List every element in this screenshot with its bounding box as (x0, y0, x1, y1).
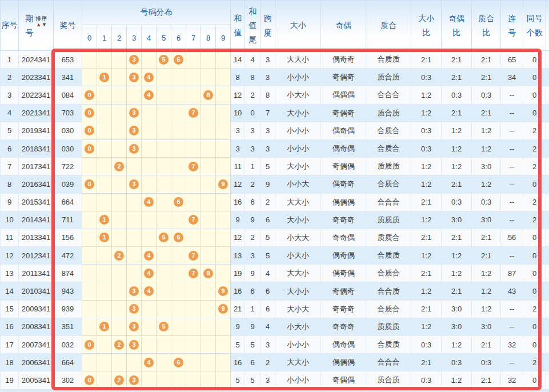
digit-header-9: 9 (216, 25, 231, 51)
cell-prime-ratio: 3:0 (472, 211, 501, 229)
cell-digit-4: 4 (142, 265, 157, 282)
col-header-size-ratio: 大小比 (411, 1, 442, 51)
cell-size-ratio: 2:1 (411, 354, 442, 371)
cell-same-count: 2 (523, 354, 546, 371)
cell-digit-8 (201, 193, 216, 211)
cell-digit-8 (201, 354, 216, 371)
digit-header-7: 7 (186, 25, 201, 51)
col-header-consecutive: 连号 (501, 1, 523, 51)
cell-digit-9 (216, 247, 231, 265)
cell-sum-tail: 6 (245, 282, 261, 300)
cell-parity-ratio: 1:2 (442, 336, 472, 354)
cell-parity-ratio: 2:1 (442, 104, 472, 122)
cell-digit-5 (157, 104, 171, 122)
table-row: 2 2023341 341 1 3 4 8 8 3 小小小 奇偶奇 质合质 0:… (1, 69, 549, 86)
cell-parity: 奇奇奇 (321, 318, 366, 335)
cell-size: 大小大 (275, 300, 321, 318)
cell-digit-1: 1 (97, 69, 112, 86)
cell-digit-7 (186, 300, 201, 318)
sort-ascending-icon[interactable]: ▲ (36, 22, 41, 27)
cell-digit-1: 1 (97, 211, 112, 229)
digit-ball-4: 4 (144, 269, 154, 278)
cell-prime-ratio: 0:3 (472, 86, 501, 104)
cell-digit-4 (142, 336, 157, 354)
cell-digit-9 (216, 229, 231, 246)
cell-digit-5 (157, 69, 171, 86)
cell-sum: 12 (231, 86, 245, 104)
cell-digit-5 (157, 158, 171, 175)
cell-digit-8 (201, 211, 216, 229)
cell-span: 8 (261, 86, 275, 104)
digit-ball-3: 3 (129, 126, 139, 135)
cell-parity: 偶奇偶 (321, 122, 366, 139)
digit-ball-9: 9 (218, 179, 228, 189)
cell-parity-ratio: 3:0 (442, 211, 472, 229)
cell-digit-6 (171, 158, 186, 175)
cell-same-count: 0 (523, 371, 546, 389)
digit-ball-0: 0 (85, 144, 94, 154)
cell-digit-1 (97, 175, 112, 193)
cell-size: 小大大 (275, 229, 321, 246)
cell-same-count: 0 (523, 336, 546, 354)
cell-parity: 奇偶偶 (321, 158, 366, 175)
cell-period: 2007341 (19, 336, 54, 354)
digit-ball-1: 1 (99, 73, 109, 82)
cell-period: 2017341 (19, 158, 54, 175)
digit-ball-0: 0 (85, 375, 94, 385)
cell-digit-4 (142, 158, 157, 175)
cell-seq: 6 (1, 139, 19, 157)
digit-ball-5: 5 (159, 322, 169, 331)
digit-ball-7: 7 (189, 162, 198, 171)
cell-parity-ratio: 2:1 (442, 69, 472, 86)
digit-header-8: 8 (201, 25, 216, 51)
col-header-span-label: 跨度 (263, 11, 273, 39)
cell-sum: 16 (231, 193, 245, 211)
cell-prime-ratio: 1:2 (472, 139, 501, 157)
cell-same-count: 0 (523, 265, 546, 282)
col-header-sum-label: 和值 (233, 11, 242, 39)
cell-prime: 质合质 (366, 371, 411, 389)
cell-prize: 341 (54, 69, 82, 86)
sort-label: 排序 (36, 16, 47, 22)
digit-ball-8: 8 (203, 269, 213, 278)
cell-digit-4 (142, 139, 157, 157)
cell-digit-1 (97, 104, 112, 122)
cell-digit-1 (97, 86, 112, 104)
digit-ball-9: 9 (218, 304, 228, 314)
cell-digit-5 (157, 300, 171, 318)
digit-ball-7: 7 (189, 269, 198, 278)
col-header-prime-ratio-label: 质合比 (477, 11, 495, 39)
col-header-parity: 奇偶 (321, 1, 366, 51)
cell-seq: 9 (1, 193, 19, 211)
col-header-prime-ratio: 质合比 (472, 1, 501, 51)
cell-same-count: 0 (523, 69, 546, 86)
digit-ball-3: 3 (129, 55, 139, 65)
cell-digit-3: 3 (127, 69, 142, 86)
cell-digit-4 (142, 229, 157, 246)
digit-ball-2: 2 (114, 340, 124, 350)
cell-digit-5 (157, 86, 171, 104)
cell-digit-0 (82, 158, 97, 175)
cell-parity-ratio: 0:3 (442, 354, 472, 371)
cell-seq: 4 (1, 104, 19, 122)
cell-digit-6 (171, 104, 186, 122)
cell-parity: 奇偶奇 (321, 104, 366, 122)
cell-size-ratio: 0:3 (411, 69, 442, 86)
cell-sum: 16 (231, 354, 245, 371)
cell-spacer (546, 336, 549, 354)
cell-size-ratio: 1:2 (411, 318, 442, 335)
table-row: 10 2014341 711 1 7 9 9 6 大小小 奇奇奇 质质质 1:2… (1, 211, 549, 229)
col-header-parity-ratio: 奇偶比 (442, 1, 472, 51)
sort-descending-icon[interactable]: ▼ (42, 22, 47, 27)
table-row: 1 2024341 653 3 5 6 14 4 3 大大小 偶奇奇 合质质 2… (1, 51, 549, 69)
digit-ball-0: 0 (85, 126, 94, 135)
cell-size-ratio: 1:2 (411, 104, 442, 122)
cell-digit-6 (171, 211, 186, 229)
cell-digit-7: 7 (186, 211, 201, 229)
cell-digit-2 (112, 318, 127, 335)
cell-digit-6 (171, 69, 186, 86)
cell-digit-6 (171, 265, 186, 282)
cell-span: 3 (261, 336, 275, 354)
cell-parity-ratio: 2:1 (442, 229, 472, 246)
cell-digit-8: 8 (201, 86, 216, 104)
